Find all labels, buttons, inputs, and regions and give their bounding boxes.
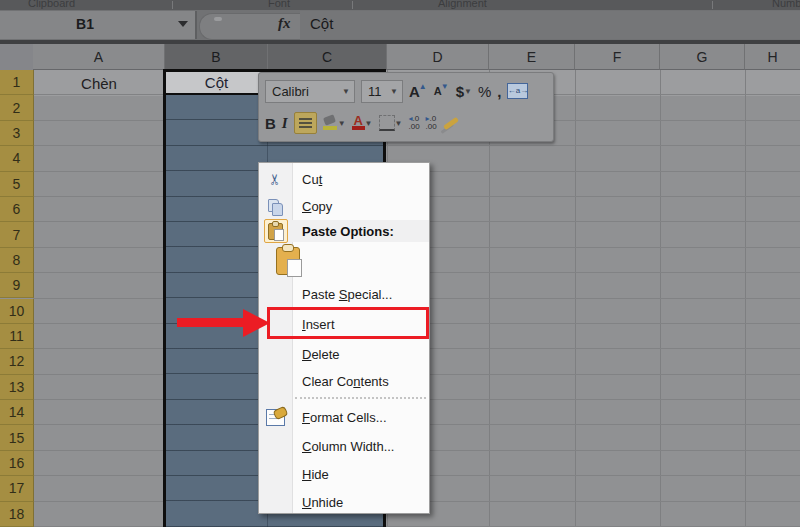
menu-item-cut-label: Cut [292,172,322,187]
font-color-button[interactable]: A▼ [352,116,373,130]
menu-item-clear-contents[interactable]: Clear Contents [259,368,429,395]
ribbon-groups-strip: Clipboard Font Alignment Number [0,0,800,10]
column-header-g[interactable]: G [660,44,745,70]
menu-item-unhide[interactable]: Unhide [259,488,429,516]
column-header-a[interactable]: A [33,44,165,70]
column-header-d[interactable]: D [387,44,489,70]
column-header-c[interactable]: C [268,44,387,70]
row-header-18[interactable]: 18 [0,502,34,527]
select-all-corner[interactable] [0,44,34,71]
clipboard-icon [264,219,288,243]
menu-item-format-cells-label: Format Cells... [292,410,387,425]
ribbon-group-divider [172,1,173,9]
format-painter-button[interactable] [443,121,459,126]
chevron-down-icon: ▼ [365,119,373,128]
borders-button[interactable]: ▼ [379,115,403,131]
merge-center-button[interactable]: ←a→ [507,83,528,99]
decrease-decimal-icon: ▸.0.00 [426,115,437,131]
selection-border-left [163,69,166,527]
row-header-1[interactable]: 1 [0,70,34,95]
column-header-h[interactable]: H [745,44,800,70]
ribbon-group-clipboard[interactable]: Clipboard [28,0,75,9]
name-box-value[interactable]: B1 [0,16,170,32]
gridline [660,70,661,527]
formula-value[interactable]: Cột [310,15,333,32]
row-header-3[interactable]: 3 [0,121,34,146]
ribbon-group-divider [712,1,713,9]
accounting-format-button[interactable]: $▼ [456,83,472,100]
column-header-e[interactable]: E [489,44,575,70]
decrease-decimal-button[interactable]: ▸.0.00 [426,115,437,131]
menu-item-column-width-label: Column Width... [292,439,394,454]
gridline [33,145,800,146]
shrink-font-button[interactable]: A▼ [434,85,450,97]
paste-option-button[interactable] [259,242,429,280]
center-align-icon [299,118,312,129]
comma-style-button[interactable]: , [497,83,501,100]
row-header-6[interactable]: 6 [0,197,34,222]
row-header-15[interactable]: 15 [0,425,34,450]
menu-item-column-width[interactable]: Column Width... [259,432,429,460]
font-name-value: Calibri [272,84,309,99]
fill-color-button[interactable]: ▼ [323,116,346,130]
ribbon-group-font[interactable]: Font [268,0,290,9]
menu-item-hide[interactable]: Hide [259,460,429,488]
format-painter-icon [443,116,459,129]
center-align-button[interactable] [294,112,317,134]
increase-decimal-icon: ◂.0.00 [408,115,419,131]
menu-item-copy[interactable]: Copy [259,193,429,220]
menu-item-hide-label: Hide [292,467,329,482]
ribbon-group-number[interactable]: Number [772,0,800,9]
gridline [575,70,576,527]
column-header-f[interactable]: F [575,44,660,70]
font-name-select[interactable]: Calibri▼ [265,80,355,103]
font-size-select[interactable]: 11▼ [361,80,403,103]
fx-icon[interactable]: fx [278,15,291,32]
highlight-box-insert [267,307,429,339]
menu-item-paste-special-label: Paste Special... [292,287,392,302]
percent-style-button[interactable]: % [478,83,491,100]
chevron-down-icon: ▼ [464,87,472,96]
row-header-14[interactable]: 14 [0,400,34,425]
font-size-value: 11 [368,84,382,99]
menu-item-paste-special[interactable]: Paste Special... [259,280,429,308]
row-header-12[interactable]: 12 [0,349,34,374]
name-box-dropdown-icon[interactable] [178,21,188,27]
menu-item-cut[interactable]: ✂Cut [259,165,429,193]
chevron-down-icon: ▼ [395,119,403,128]
bold-button[interactable]: B [265,115,276,132]
ribbon-group-alignment[interactable]: Alignment [438,0,487,9]
scissors-icon: ✂ [266,173,284,186]
grow-font-button[interactable]: A▲ [409,83,428,100]
collapse-dash-icon [214,17,222,21]
row-header-5[interactable]: 5 [0,172,34,197]
formula-input[interactable] [300,11,800,39]
row-header-17[interactable]: 17 [0,476,34,501]
menu-item-unhide-label: Unhide [292,495,343,510]
row-header-10[interactable]: 10 [0,299,34,324]
italic-button[interactable]: I [282,115,288,132]
pointer-arrow-head [243,309,270,337]
menu-item-delete[interactable]: Delete [259,340,429,368]
row-header-8[interactable]: 8 [0,248,34,273]
menu-label-paste-options: Paste Options: [259,220,429,242]
ribbon-group-divider [352,1,353,9]
row-header-9[interactable]: 9 [0,273,34,298]
row-header-7[interactable]: 7 [0,222,34,247]
menu-label-paste-options-label: Paste Options: [292,224,394,239]
chevron-down-icon: ▼ [390,87,398,96]
row-header-2[interactable]: 2 [0,95,34,120]
increase-decimal-button[interactable]: ◂.0.00 [408,115,419,131]
column-header-b[interactable]: B [165,44,268,70]
menu-item-copy-label: Copy [292,199,332,214]
row-header-4[interactable]: 4 [0,146,34,171]
menu-separator [295,397,426,401]
copy-icon [268,199,283,215]
row-header-16[interactable]: 16 [0,451,34,476]
merge-center-icon: ←a→ [507,83,528,99]
cell-a1[interactable]: Chèn [33,71,165,95]
menu-item-format-cells[interactable]: Format Cells... [259,403,429,432]
row-header-11[interactable]: 11 [0,324,34,349]
cell-b1-active[interactable]: Cột [166,71,267,94]
row-header-13[interactable]: 13 [0,375,34,400]
